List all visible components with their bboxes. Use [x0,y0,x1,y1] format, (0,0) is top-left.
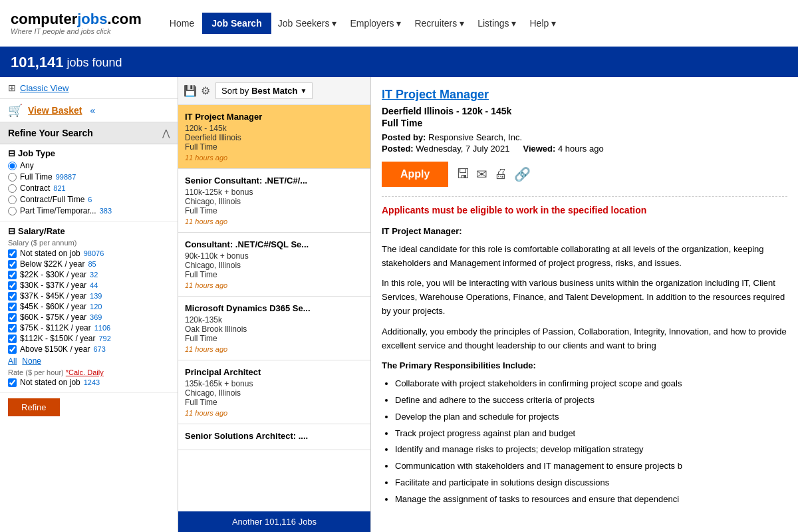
salary-checkbox-not-stated[interactable] [8,249,17,258]
resp-item-7: Manage the assignment of tasks to resour… [395,493,787,507]
job-type-parttime[interactable]: Part Time/Temporar... 383 [8,206,170,215]
job-type-contract-fulltime-count: 6 [88,196,92,203]
job-type-section: ⊟ Job Type Any Full Time 99887 Contract … [0,144,178,222]
job-card-3[interactable]: Microsoft Dynamics D365 Se... 120k-135k … [178,297,370,360]
salary-not-stated-count: 98076 [84,249,104,257]
save-icon[interactable]: 💾 [184,84,197,97]
salary-above-150k[interactable]: Above $150K / year 673 [8,344,170,354]
sort-dropdown[interactable]: Sort by Best Match▼ [215,82,313,99]
nav-job-seekers[interactable]: Job Seekers ▾ [271,14,344,33]
salary-checkbox-30k-37k[interactable] [8,281,17,290]
salary-not-stated[interactable]: Not stated on job 98076 [8,249,170,258]
job-heading: IT Project Manager: [382,225,787,239]
job-card-5[interactable]: Senior Solutions Architect: .... [178,424,370,450]
job-type-radio-any[interactable] [8,162,17,170]
job-detail-posted-row: Posted: Wednesday, 7 July 2021 Viewed: 4… [382,144,787,154]
salary-75k-112k[interactable]: $75K - $112K / year 1106 [8,323,170,332]
salary-112k-150k[interactable]: $112K - $150K / year 792 [8,334,170,343]
salary-45k-60k-count: 120 [90,303,102,311]
job-type-radio-fulltime[interactable] [8,173,17,182]
nav-help[interactable]: Help ▾ [523,14,563,33]
salary-checkbox-above-150k[interactable] [8,345,17,354]
chevron-left-icon: « [90,105,95,116]
job-card-5-title: Senior Solutions Architect: .... [185,431,364,441]
job-type-fulltime[interactable]: Full Time 99887 [8,172,170,182]
none-link[interactable]: None [22,356,41,366]
job-desc-p3: Additionally, you embody the principles … [382,325,787,353]
job-card-2[interactable]: Consultant: .NET/C#/SQL Se... 90k-110k +… [178,233,370,297]
job-card-4[interactable]: Principal Architect 135k-165k + bonus Ch… [178,360,370,424]
salary-22k-30k[interactable]: $22K - $30K / year 32 [8,270,170,279]
job-card-0[interactable]: IT Project Manager 120k - 145k Deerfield… [178,105,370,169]
job-detail-title[interactable]: IT Project Manager [382,88,787,102]
salary-checkbox-below-22k[interactable] [8,260,17,269]
salary-below-22k[interactable]: Below $22K / year 85 [8,259,170,269]
salary-30k-37k[interactable]: $30K - $37K / year 44 [8,281,170,290]
rate-not-stated-label: Not stated on job [20,378,80,387]
classic-view-link[interactable]: Classic View [20,83,68,93]
settings-icon[interactable]: ⚙ [201,84,210,97]
job-type-header[interactable]: ⊟ Job Type [8,148,170,158]
job-card-0-title: IT Project Manager [185,112,364,122]
rate-checkbox-not-stated[interactable] [8,378,17,387]
job-type-contract-fulltime[interactable]: Contract/Full Time 6 [8,195,170,204]
job-type-radio-contract[interactable] [8,184,17,193]
job-list-panel: 💾 ⚙ Sort by Best Match▼ IT Project Manag… [178,77,371,532]
salary-above-150k-count: 673 [93,345,105,353]
salary-below-22k-count: 85 [88,260,96,268]
rate-not-stated[interactable]: Not stated on job 1243 [8,378,170,387]
job-card-2-title: Consultant: .NET/C#/SQL Se... [185,239,364,249]
salary-37k-45k[interactable]: $37K - $45K / year 139 [8,291,170,301]
salary-60k-75k[interactable]: $60K - $75K / year 369 [8,313,170,322]
nav-listings[interactable]: Listings ▾ [471,14,523,33]
job-type-contract[interactable]: Contract 821 [8,184,170,193]
calc-daily-link[interactable]: *Calc. Daily [66,368,104,376]
job-type-radio-contract-fulltime[interactable] [8,196,17,204]
job-type-contract-count: 821 [53,184,65,192]
save-job-icon[interactable]: 🖫 [456,166,469,182]
email-job-icon[interactable]: ✉ [476,166,487,182]
nav-job-search[interactable]: Job Search [202,13,271,34]
nav-recruiters[interactable]: Recruiters ▾ [408,14,471,33]
salary-75k-112k-label: $75K - $112K / year [20,323,91,332]
job-card-1-location: Chicago, Illinois [185,197,364,206]
resp-item-0: Collaborate with project stakeholders in… [395,377,787,391]
job-desc-p2: In this role, you will be interacting wi… [382,277,787,318]
salary-checkbox-22k-30k[interactable] [8,271,17,279]
job-card-2-salary: 90k-110k + bonus [185,251,364,261]
job-type-radio-parttime[interactable] [8,207,17,215]
apply-button[interactable]: Apply [382,162,448,187]
print-job-icon[interactable]: 🖨 [494,166,507,182]
nav-employers[interactable]: Employers ▾ [343,14,408,33]
more-jobs-bar[interactable]: Another 101,116 Jobs [178,511,370,532]
salary-checkbox-60k-75k[interactable] [8,313,17,322]
job-card-0-time: 11 hours ago [185,154,364,162]
job-type-parttime-label: Part Time/Temporar... [20,206,96,215]
job-card-1-salary: 110k-125k + bonus [185,188,364,197]
all-link[interactable]: All [8,356,17,366]
view-basket-link[interactable]: View Basket [28,105,82,116]
job-type-any[interactable]: Any [8,161,170,170]
resp-item-3: Track project progress against plan and … [395,427,787,441]
refine-btn-container: Refine [0,393,178,422]
salary-112k-150k-count: 792 [98,334,110,342]
salary-checkbox-112k-150k[interactable] [8,334,17,343]
jobs-count: 101,141 [11,54,64,71]
share-job-icon[interactable]: 🔗 [514,166,531,182]
view-basket-bar: 🛒 View Basket « [0,99,178,122]
job-detail-panel: IT Project Manager Deerfield Illinois - … [371,77,798,532]
salary-checkbox-37k-45k[interactable] [8,292,17,301]
job-card-0-location: Deerfield Illinois [185,133,364,142]
salary-45k-60k[interactable]: $45K - $60K / year 120 [8,302,170,311]
sort-value: Best Match [251,86,297,96]
resp-item-1: Define and adhere to the success criteri… [395,394,787,408]
resp-item-4: Identify and manage risks to projects; d… [395,443,787,457]
salary-checkbox-45k-60k[interactable] [8,303,17,311]
nav-home[interactable]: Home [162,14,202,33]
job-card-1[interactable]: Senior Consultant: .NET/C#/... 110k-125k… [178,169,370,233]
salary-section-header[interactable]: ⊟ Salary/Rate [8,226,170,236]
refine-collapse-icon[interactable]: ⋀ [162,128,170,138]
refine-button[interactable]: Refine [8,398,60,416]
salary-checkbox-75k-112k[interactable] [8,324,17,332]
resp-item-2: Develop the plan and schedule for projec… [395,410,787,424]
